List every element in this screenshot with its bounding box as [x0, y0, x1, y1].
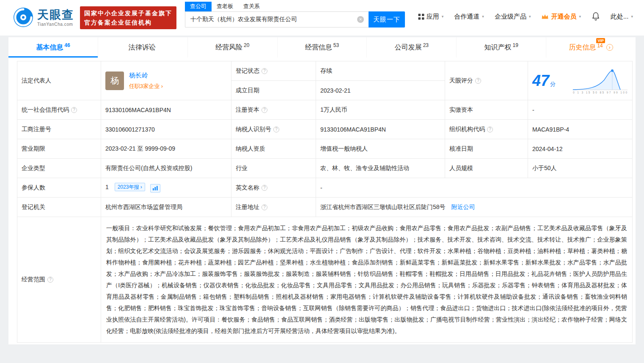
tab-operating-risk-label: 经营风险	[215, 43, 242, 52]
tab-intellectual-property[interactable]: 知识产权 19	[456, 37, 546, 58]
field-value-term: 2023-02-21 至 9999-09-09	[101, 139, 231, 159]
brand-name: 天眼查	[37, 8, 74, 21]
help-icon[interactable]: ?	[273, 126, 279, 132]
tab-intellectual-property-count: 19	[513, 42, 518, 48]
top-header: 天眼查 TianYanCha.com 国家中小企业发展子基金旗下 官方备案企业征…	[0, 0, 644, 36]
help-icon[interactable]: ?	[475, 78, 481, 84]
field-value-authority: 杭州市西湖区市场监督管理局	[101, 198, 231, 217]
tab-basic-info[interactable]: 基本信息 46	[8, 37, 98, 58]
logo-text: 天眼查 TianYanCha.com	[37, 8, 74, 27]
apps-grid-icon	[418, 14, 424, 20]
nav-user-menu[interactable]: 此处... ▾	[611, 13, 633, 21]
tab-company-development-count: 23	[423, 42, 429, 48]
tab-business-info-label: 经营信息	[305, 43, 332, 52]
nav-enterprise-products[interactable]: 企业级产品 ▾	[495, 13, 531, 21]
field-label-authority: 登记机关	[17, 198, 101, 217]
field-value-staff: 小于50人	[528, 159, 633, 178]
nav-notifications[interactable]	[592, 12, 600, 21]
score-value: 47分	[532, 72, 556, 90]
legal-rep-companies-link[interactable]: 任职3家企业 ›	[129, 82, 163, 90]
field-value-reg-status: 存续	[316, 61, 445, 81]
field-label-org-code: 组织机构代码?	[445, 120, 528, 139]
company-detail-card: 基本信息 46 法律诉讼 经营风险 20 经营信息 53 公司发展 23 知识产…	[8, 37, 636, 344]
top-nav: 应用 ▾ 合作通道 ▾ 企业级产品 ▾ 开通会员 ▾ 此处... ▾	[418, 12, 633, 21]
clear-search-icon[interactable]: ×	[357, 16, 364, 23]
search-tab-company[interactable]: 查公司	[185, 2, 212, 11]
tab-basic-info-count: 46	[64, 42, 70, 48]
search-input[interactable]	[185, 11, 369, 28]
insured-trend-chart-icon[interactable]	[150, 184, 160, 192]
nav-open-vip-label: 开通会员	[551, 13, 576, 21]
field-label-taxpayer-id: 纳税人识别号?	[231, 120, 316, 139]
brand-domain: TianYanCha.com	[37, 22, 74, 27]
field-label-insured: 参保人数	[17, 178, 101, 198]
field-label-paid-capital: 实缴资本	[445, 100, 528, 120]
field-value-legal-rep: 杨 杨长岭 任职3家企业 ›	[101, 61, 231, 100]
nav-enterprise-label: 企业级产品	[495, 13, 526, 21]
field-value-scope: 一般项目：农业科学研究和试验发展；餐饮管理；食用农产品初加工；非食用农产品初加工…	[101, 217, 633, 343]
field-label-scope: 经营范围?	[17, 217, 101, 343]
crown-icon	[541, 14, 549, 19]
field-label-taxpayer-qual: 纳税人资质	[231, 139, 316, 159]
field-value-ent-type: 有限责任公司(自然人投资或控股)	[101, 159, 231, 178]
annual-report-tag[interactable]: 2023年报 ›	[115, 183, 145, 191]
nearby-companies-link[interactable]: 附近公司	[451, 204, 475, 210]
field-value-address: 浙江省杭州市西湖区三墩镇山联社区后陡门58号 附近公司	[316, 198, 633, 217]
help-icon[interactable]: ?	[261, 204, 267, 210]
field-label-legal-rep: 法定代表人	[17, 61, 101, 100]
tab-operating-risk-count: 20	[244, 42, 249, 48]
tab-legal-proceedings-label: 法律诉讼	[129, 43, 156, 52]
score-curve-chart: 0 1 3 15 50 85 97 99 100	[572, 67, 628, 94]
tab-history-info[interactable]: 历史信息 VIP 14 ›	[546, 37, 636, 58]
tab-history-info-count: 14	[597, 43, 603, 49]
search-area: 查公司 查老板 查关系 × 天眼一下	[185, 2, 405, 28]
tab-operating-risk[interactable]: 经营风险 20	[187, 37, 277, 58]
chevron-down-icon: ▾	[529, 14, 531, 19]
tianyancha-logo[interactable]: 天眼查 TianYanCha.com	[13, 7, 74, 28]
help-icon[interactable]: ?	[261, 68, 267, 74]
field-label-staff: 人员规模	[445, 159, 528, 178]
nav-apps[interactable]: 应用 ▾	[418, 13, 444, 21]
tab-business-info-count: 53	[333, 42, 339, 48]
tab-company-development-label: 公司发展	[395, 43, 422, 52]
tab-company-development[interactable]: 公司发展 23	[366, 37, 456, 58]
field-value-paid-capital: -	[528, 100, 633, 120]
search-tab-relation[interactable]: 查关系	[238, 2, 265, 11]
legal-rep-avatar[interactable]: 杨	[105, 72, 124, 90]
chevron-down-icon: ▾	[442, 14, 444, 19]
certification-badge-line1: 国家中小企业发展子基金旗下	[84, 8, 172, 18]
help-icon[interactable]: ?	[261, 107, 267, 113]
chevron-down-icon: ▾	[631, 14, 633, 19]
help-icon[interactable]: ?	[487, 126, 493, 132]
field-value-reg-capital: 1万人民币	[316, 100, 445, 120]
nav-open-vip[interactable]: 开通会员 ▾	[541, 13, 581, 21]
help-icon[interactable]: ?	[71, 107, 77, 113]
field-value-taxpayer-id: 91330106MACA91BP4N	[316, 120, 445, 139]
bell-icon	[592, 12, 600, 21]
chevron-down-icon: ▾	[482, 14, 484, 19]
legal-rep-name-link[interactable]: 杨长岭	[129, 72, 163, 80]
certification-badge-line2: 官方备案企业征信机构	[84, 18, 172, 27]
search-tab-boss[interactable]: 查老板	[212, 2, 238, 11]
search-tabs: 查公司 查老板 查关系	[185, 2, 405, 11]
score-axis-labels: 0 1 3 15 50 85 97 99 100	[573, 91, 627, 94]
field-label-reg-capital: 注册资本?	[231, 100, 316, 120]
search-button[interactable]: 天眼一下	[369, 11, 405, 28]
circle-arrow-icon[interactable]: ›	[606, 44, 613, 51]
field-label-tyc-score: 天眼评分?	[445, 61, 528, 100]
field-label-industry: 行业	[231, 159, 316, 178]
nav-apps-label: 应用	[427, 13, 439, 21]
field-value-credit-code: 91330106MACA91BP4N	[101, 100, 231, 120]
nav-cooperation[interactable]: 合作通道 ▾	[454, 13, 484, 21]
help-icon[interactable]: ?	[261, 185, 267, 191]
tab-business-info[interactable]: 经营信息 53	[277, 37, 367, 58]
tianyancha-logo-icon	[13, 7, 34, 28]
field-value-tyc-score[interactable]: 47分 0 1 3 15 50 85 97 99 100	[528, 61, 633, 100]
tab-history-info-label: 历史信息	[569, 43, 596, 52]
field-value-approve-date: 2024-04-12	[528, 139, 633, 159]
tab-legal-proceedings[interactable]: 法律诉讼	[98, 37, 187, 58]
nav-cooperation-label: 合作通道	[454, 13, 479, 21]
help-icon[interactable]: ?	[47, 277, 53, 283]
chevron-down-icon: ▾	[579, 14, 581, 19]
score-unit: 分	[550, 81, 556, 87]
